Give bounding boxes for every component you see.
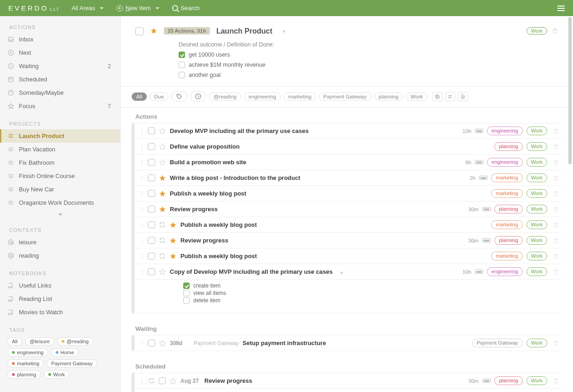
task-tag-plan[interactable]: planning [494,376,523,385]
projects-expand-button[interactable] [0,209,120,219]
task-delete-button[interactable] [553,378,559,384]
task-title[interactable]: Publish a weekly blog post [170,190,246,197]
task-checkbox[interactable] [148,174,155,181]
task-delete-button[interactable] [553,190,559,197]
outcome-item[interactable]: another goal [179,70,562,80]
task-checkbox[interactable] [159,377,166,384]
sidebar-tag-planning[interactable]: planning [7,370,41,379]
task-tag-mkt[interactable]: marketing [491,189,522,198]
project-delete-button[interactable] [552,28,558,34]
task-menu-caret[interactable]: ▾ [340,270,343,276]
task-delete-button[interactable] [553,237,559,244]
outcome-checkbox[interactable] [179,62,185,68]
sliders-button[interactable] [445,92,455,101]
task-row[interactable]: ⋮⋮308dPayment GatewaySetup payment infra… [132,335,562,351]
outcome-checkbox[interactable] [179,72,185,78]
scrollbar-thumb[interactable] [568,17,572,164]
subtask-item[interactable]: view all items [183,290,226,296]
task-delete-button[interactable] [553,253,559,259]
task-star[interactable] [159,190,166,197]
sidebar-context-leisure[interactable]: leisure [0,236,120,249]
sidebar-tag-Work[interactable]: Work [44,370,69,379]
sidebar-tag-reading[interactable]: @reading [57,337,93,346]
filter-chip-engineering[interactable]: engineering [244,92,281,101]
drag-handle[interactable]: ⋮⋮ [139,206,145,213]
project-title[interactable]: Launch Product [216,27,272,35]
project-checkbox[interactable] [135,27,144,35]
task-tag-work[interactable]: Work [527,267,547,276]
task-star[interactable] [169,237,177,244]
filter-tag[interactable] [171,91,187,102]
sidebar-item-next[interactable]: Next [0,46,120,59]
task-star[interactable] [159,159,166,166]
subtask-item[interactable]: delete item [183,297,226,304]
copy-button[interactable] [432,92,442,101]
task-title[interactable]: Review progress [170,206,218,213]
task-title[interactable]: Review progress [180,237,228,244]
sidebar-project-finish-online-course[interactable]: Finish Online Course [0,169,120,183]
task-title[interactable]: Review progress [204,377,252,384]
task-checkbox[interactable] [148,159,155,166]
task-tag-plan[interactable]: planning [494,236,523,245]
task-tag-eng[interactable]: engineering [487,127,523,135]
areas-dropdown[interactable]: All Areas [71,5,103,12]
drag-handle[interactable]: ⋮⋮ [139,190,145,197]
drag-handle[interactable]: ⋮⋮ [139,253,145,259]
task-star[interactable] [169,253,177,260]
task-row[interactable]: ⋮⋮Aug 30Publish a weekly blog postmarket… [132,389,562,392]
subtask-item[interactable]: create item [183,282,226,289]
task-tag-work[interactable]: Work [527,205,547,213]
sidebar-notebook-movies-to-watch[interactable]: Movies to Watch [0,306,120,319]
project-tag[interactable]: Work [527,27,547,35]
task-tag-mkt[interactable]: marketing [491,220,522,229]
filter-chip-marketing[interactable]: marketing [284,92,316,101]
task-tag-work[interactable]: Work [527,127,547,135]
drag-handle[interactable]: ⋮⋮ [139,268,145,275]
sidebar-item-focus[interactable]: Focus 7 [0,99,120,113]
new-item-button[interactable]: + New Item [116,5,159,12]
sidebar-notebook-reading-list[interactable]: Reading List [0,292,120,306]
task-row[interactable]: ⋮⋮Build a promotion web site8hengineerin… [132,155,562,170]
task-delete-button[interactable] [553,269,559,275]
task-title[interactable]: Publish a weekly blog post [180,253,257,259]
task-star[interactable] [159,340,166,347]
drag-handle[interactable]: ⋮⋮ [139,174,145,181]
task-title[interactable]: Define value proposition [170,143,240,150]
task-delete-button[interactable] [553,175,559,181]
task-checkbox[interactable] [148,237,155,244]
task-title[interactable]: Setup payment infrastructure [243,340,326,346]
sidebar-tag-marketing[interactable]: marketing [7,359,44,368]
task-checkbox[interactable] [148,253,155,259]
outcome-item[interactable]: get 10000 users [179,50,562,59]
task-tag-work[interactable]: Work [527,189,547,198]
task-tag-mkt[interactable]: marketing [491,173,522,182]
task-tag-work[interactable]: Work [527,220,547,229]
drag-handle[interactable]: ⋮⋮ [139,159,145,166]
subtask-checkbox[interactable] [183,282,190,289]
sidebar-project-launch-product[interactable]: Launch Product [0,129,120,143]
task-delete-button[interactable] [553,222,559,228]
task-delete-button[interactable] [553,340,559,346]
task-row[interactable]: ⋮⋮Copy of Develop MVP including all the … [132,264,562,280]
sidebar-item-someday-maybe[interactable]: Someday/Maybe [0,86,120,99]
task-row[interactable]: ⋮⋮Publish a weekly blog postmarketingWor… [132,248,562,264]
task-row[interactable]: ⋮⋮Aug 27Review progress30mplanningWork [132,373,562,389]
task-delete-button[interactable] [553,144,559,150]
task-checkbox[interactable] [148,268,155,275]
sidebar-tag-All[interactable]: All [7,337,22,346]
task-star[interactable] [159,268,166,276]
task-tag-pg[interactable]: Payment Gateway [472,339,523,347]
title-menu-caret[interactable]: ▾ [283,28,285,35]
sidebar-project-plan-vacation[interactable]: Plan Vacation [0,143,120,156]
task-title[interactable]: Publish a weekly blog post [180,221,257,228]
task-star[interactable] [159,174,166,182]
task-tag-work[interactable]: Work [527,158,547,167]
filter-chip-reading[interactable]: @reading [209,92,241,101]
task-tag-work[interactable]: Work [527,173,547,182]
task-tag-work[interactable]: Work [527,142,547,151]
sidebar-notebook-useful-links[interactable]: Useful Links [0,279,120,292]
task-delete-button[interactable] [553,128,559,134]
task-star[interactable] [159,127,166,135]
task-title[interactable]: Develop MVP including all the primary us… [170,127,309,134]
sidebar-tag-Home[interactable]: Home [51,348,79,357]
